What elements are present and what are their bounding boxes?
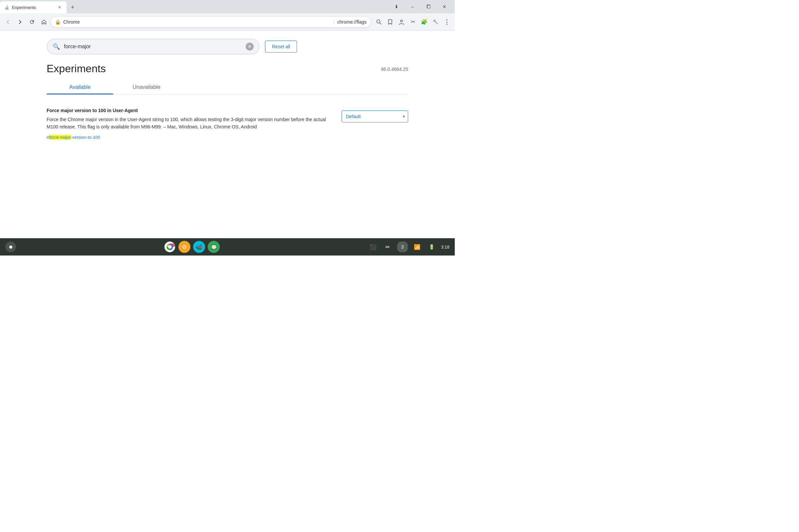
taskbar-messages-icon[interactable]: 💬 <box>207 240 220 253</box>
search-toolbar-button[interactable] <box>373 17 384 27</box>
flag-title: Force major version to 100 in User-Agent <box>47 108 334 113</box>
tab-title-text: Experiments <box>12 5 54 10</box>
reset-all-button[interactable]: Reset all <box>265 41 297 53</box>
profile-button[interactable] <box>396 17 407 27</box>
toolbar-icons: ✂ 🧩 🔧 ⋮ <box>373 17 452 27</box>
maximize-button[interactable]: ⧠ <box>421 2 436 12</box>
svg-text:📹: 📹 <box>196 244 202 250</box>
search-box[interactable]: 🔍 ✕ <box>47 39 260 55</box>
address-bar: 🔒 Chrome | chrome://flags ✂ 🧩 🔧 ⋮ <box>0 13 455 31</box>
search-icon: 🔍 <box>53 43 60 50</box>
lock-icon: 🔒 <box>55 19 61 25</box>
bookmark-button[interactable] <box>385 17 395 27</box>
flag-text: Force the Chrome major version in the Us… <box>47 116 334 131</box>
tab-close-button[interactable]: ✕ <box>57 4 62 10</box>
taskbar-number-badge[interactable]: 3 <box>397 242 408 252</box>
flag-select[interactable]: Default Enabled Disabled <box>341 111 408 122</box>
omnibox-site-name: Chrome <box>63 19 331 25</box>
version-text: 96.0.4664.25 <box>381 66 408 72</box>
window-controls: ⬇ – ⧠ ✕ <box>386 0 455 13</box>
active-tab[interactable]: 🔬 Experiments ✕ <box>0 1 67 13</box>
svg-text:💬: 💬 <box>211 245 217 250</box>
back-button[interactable] <box>3 17 13 27</box>
new-tab-button[interactable]: + <box>68 3 77 12</box>
flag-item: Force major version to 100 in User-Agent… <box>47 102 408 146</box>
tab-available[interactable]: Available <box>47 80 113 94</box>
taskbar-center: ⚙ 📹 💬 <box>163 240 220 253</box>
main-content: 🔍 ✕ Reset all Experiments 96.0.4664.25 A… <box>0 31 455 238</box>
minimize-button[interactable]: – <box>405 2 420 12</box>
taskbar-wifi-icon[interactable]: 📶 <box>412 242 423 252</box>
scissors-icon[interactable]: ✂ <box>408 17 418 27</box>
taskbar-right: ⬛ ✏ 3 📶 🔋 3:18 <box>368 242 449 252</box>
close-button[interactable]: ✕ <box>437 2 452 12</box>
omnibox-url: chrome://flags <box>337 19 367 25</box>
page-title: Experiments <box>47 62 106 75</box>
menu-button[interactable]: ⋮ <box>442 17 452 27</box>
taskbar-left: ⏺ <box>5 242 16 252</box>
title-bar: 🔬 Experiments ✕ + ⬇ – ⧠ ✕ <box>0 0 455 13</box>
taskbar-time: 3:18 <box>441 245 449 249</box>
refresh-button[interactable] <box>26 17 37 27</box>
tab-strip: 🔬 Experiments ✕ + <box>0 0 386 13</box>
tab-favicon: 🔬 <box>4 5 9 10</box>
download-icon[interactable]: ⬇ <box>389 2 404 12</box>
omnibox[interactable]: 🔒 Chrome | chrome://flags <box>51 16 371 27</box>
taskbar-store-icon[interactable]: ⚙ <box>178 240 191 253</box>
flag-select-wrapper[interactable]: Default Enabled Disabled ▾ <box>341 111 408 122</box>
home-button[interactable] <box>39 17 49 27</box>
flag-description: Force major version to 100 in User-Agent… <box>47 108 334 140</box>
search-input[interactable] <box>64 43 242 50</box>
flag-link-rest: -version-to-100 <box>71 135 100 140</box>
tab-unavailable[interactable]: Unavailable <box>113 80 180 94</box>
flags-content: Force major version to 100 in User-Agent… <box>0 94 455 153</box>
taskbar: ⏺ ⚙ 📹 <box>0 238 455 255</box>
tabs-container: Available Unavailable <box>0 75 455 94</box>
taskbar-screenshot-icon[interactable]: ⬛ <box>368 242 378 252</box>
omnibox-separator: | <box>333 19 335 25</box>
svg-line-1 <box>380 23 382 24</box>
svg-point-2 <box>401 20 403 22</box>
flag-control: Default Enabled Disabled ▾ <box>341 111 408 122</box>
forward-button[interactable] <box>15 17 25 27</box>
flag-link-highlight: force-major <box>49 135 71 140</box>
svg-text:⚙: ⚙ <box>182 244 187 250</box>
extensions-icon[interactable]: 🧩 <box>419 17 429 27</box>
svg-point-5 <box>168 245 171 249</box>
search-clear-button[interactable]: ✕ <box>246 43 254 51</box>
flag-link[interactable]: #force-major-version-to-100 <box>47 135 100 140</box>
taskbar-pen-icon[interactable]: ✏ <box>383 242 393 252</box>
taskbar-battery-icon[interactable]: 🔋 <box>426 242 437 252</box>
taskbar-meet-icon[interactable]: 📹 <box>192 240 206 253</box>
taskbar-chrome-icon[interactable] <box>163 240 176 253</box>
experiments-header: Experiments 96.0.4664.25 <box>0 55 455 75</box>
search-area: 🔍 ✕ Reset all <box>0 31 455 55</box>
extra-extension-icon[interactable]: 🔧 <box>430 17 441 27</box>
taskbar-system-button[interactable]: ⏺ <box>5 242 16 252</box>
tabs: Available Unavailable <box>47 80 408 94</box>
